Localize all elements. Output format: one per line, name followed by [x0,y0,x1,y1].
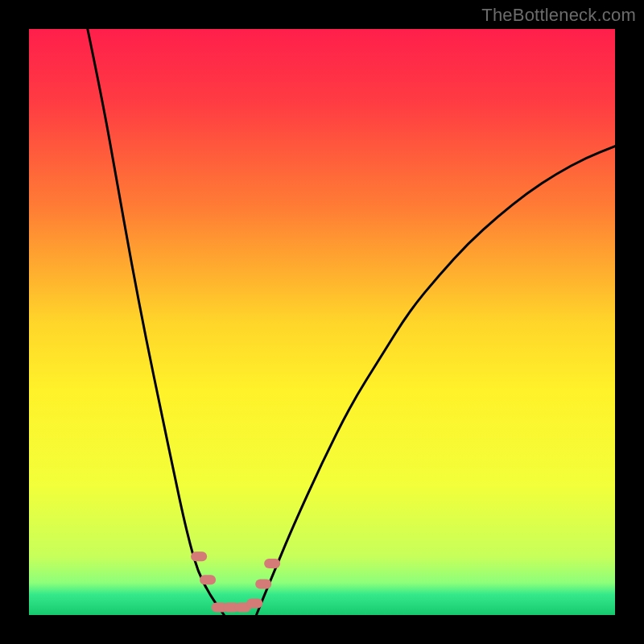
watermark-text: TheBottleneck.com [481,5,636,26]
marker-0 [191,551,207,561]
gradient-background [29,29,615,615]
marker-5 [246,598,262,608]
chart-stage: TheBottleneck.com [0,0,644,644]
marker-1 [200,575,216,584]
marker-6 [255,579,271,588]
marker-7 [264,559,280,568]
bottleneck-chart [0,0,644,644]
